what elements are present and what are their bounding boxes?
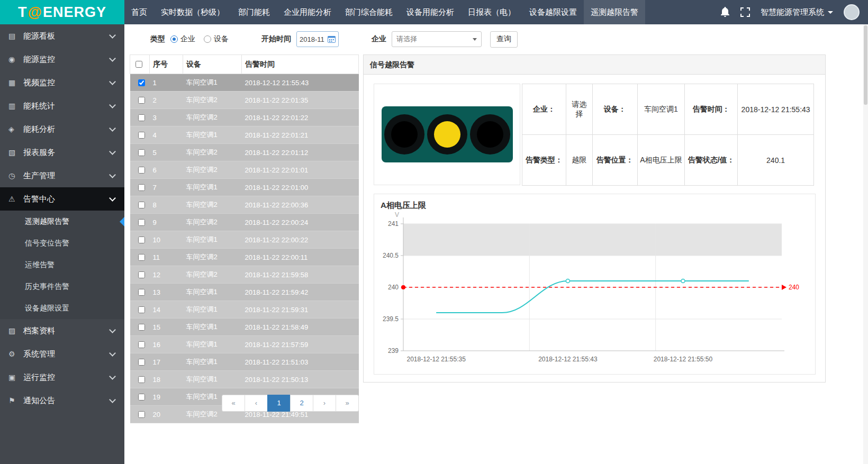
user-menu[interactable]: 智慧能源管理系统 xyxy=(761,7,833,17)
table-row[interactable]: 18车间空调12018-11-22 21:50:13 xyxy=(130,371,359,388)
sidebar-item[interactable]: ▦视频监控 xyxy=(0,71,124,94)
sidebar-item[interactable]: ▤能源看板 xyxy=(0,24,124,48)
pagination-page-1[interactable]: 1 xyxy=(267,395,291,412)
table-row[interactable]: 8车间空调22018-11-22 22:00:36 xyxy=(130,196,359,214)
table-row[interactable]: 5车间空调22018-11-22 22:01:12 xyxy=(130,144,359,161)
enterprise-select[interactable]: 请选择 xyxy=(392,31,482,47)
row-checkbox[interactable] xyxy=(138,184,145,191)
row-checkbox[interactable] xyxy=(138,289,145,296)
sidebar-item[interactable]: ▥能耗统计 xyxy=(0,94,124,117)
table-row[interactable]: 3车间空调22018-11-22 22:01:22 xyxy=(130,109,359,126)
filter-bar: 类型 企业设备 开始时间 2018-11 企业 请选择 查询 xyxy=(150,31,518,48)
row-checkbox[interactable] xyxy=(138,376,145,383)
table-row[interactable]: 16车间空调12018-11-22 21:57:59 xyxy=(130,336,359,353)
top-nav-item[interactable]: 设备越限设置 xyxy=(522,0,584,24)
table-row[interactable]: 12车间空调22018-11-22 21:59:58 xyxy=(130,266,359,284)
sidebar-subitem[interactable]: 遥测越限告警 xyxy=(0,211,124,232)
sidebar-item[interactable]: ◈能耗分析 xyxy=(0,117,124,141)
table-row[interactable]: 9车间空调22018-11-22 22:00:24 xyxy=(130,214,359,231)
checkbox-cell xyxy=(130,266,150,284)
table-row[interactable]: 6车间空调22018-11-22 22:01:01 xyxy=(130,161,359,179)
logo-text-energy: ENERGY xyxy=(43,4,106,21)
row-checkbox[interactable] xyxy=(138,132,145,139)
avatar[interactable] xyxy=(844,4,860,20)
row-checkbox[interactable] xyxy=(138,394,145,401)
y-axis-name: V xyxy=(395,211,399,219)
page: T@ENERGY 首页实时数据（秒级）部门能耗企业用能分析部门综合能耗设备用能分… xyxy=(0,0,868,464)
table-row[interactable]: 2车间空调22018-11-22 22:01:35 xyxy=(130,92,359,109)
query-button[interactable]: 查询 xyxy=(490,31,518,48)
table-row[interactable]: 1车间空调12018-12-12 21:55:43 xyxy=(130,74,359,92)
sidebar-item[interactable]: ◷生产管理 xyxy=(0,164,124,187)
row-checkbox[interactable] xyxy=(138,79,145,86)
col-header-time: 告警时间 xyxy=(242,55,359,74)
top-nav-item[interactable]: 部门能耗 xyxy=(231,0,277,24)
row-checkbox[interactable] xyxy=(138,324,145,331)
table-row[interactable]: 14车间空调12018-11-22 21:59:31 xyxy=(130,301,359,319)
type-radio-option[interactable]: 企业 xyxy=(170,34,195,44)
sidebar-item[interactable]: ◉能源监控 xyxy=(0,48,124,71)
type-radio-label: 企业 xyxy=(180,34,195,44)
fullscreen-icon[interactable] xyxy=(740,7,750,17)
table-row[interactable]: 17车间空调12018-11-22 21:51:03 xyxy=(130,353,359,371)
start-time-input[interactable]: 2018-11 xyxy=(296,31,339,47)
cell-device: 车间空调2 xyxy=(183,266,242,284)
row-checkbox[interactable] xyxy=(138,306,145,313)
scrollbar[interactable] xyxy=(863,24,868,464)
type-radio-option[interactable]: 设备 xyxy=(204,34,229,44)
top-nav-item[interactable]: 部门综合能耗 xyxy=(338,0,400,24)
pagination-page-2[interactable]: 2 xyxy=(290,395,313,412)
chevron-down-icon xyxy=(109,32,116,39)
table-row[interactable]: 4车间空调12018-11-22 22:01:21 xyxy=(130,126,359,144)
cell-time: 2018-12-12 21:55:43 xyxy=(242,74,359,92)
notifications-bell-icon[interactable] xyxy=(720,7,730,17)
table-row[interactable]: 15车间空调12018-11-22 21:58:49 xyxy=(130,319,359,336)
pagination-next[interactable]: › xyxy=(313,395,336,412)
top-nav-item[interactable]: 实时数据（秒级） xyxy=(154,0,231,24)
table-row[interactable]: 11车间空调22018-11-22 22:00:11 xyxy=(130,249,359,266)
row-checkbox[interactable] xyxy=(138,341,145,348)
row-checkbox[interactable] xyxy=(138,167,145,174)
sidebar-item[interactable]: ▨档案资料 xyxy=(0,319,124,342)
top-nav-item[interactable]: 首页 xyxy=(124,0,154,24)
sidebar-item[interactable]: ⚙系统管理 xyxy=(0,342,124,366)
row-checkbox[interactable] xyxy=(138,202,145,208)
row-checkbox[interactable] xyxy=(138,236,145,243)
sidebar-item[interactable]: ⚠告警中心 xyxy=(0,187,124,211)
pagination-last[interactable]: » xyxy=(336,395,359,412)
row-checkbox[interactable] xyxy=(138,149,145,156)
report-icon: ▧ xyxy=(8,148,22,157)
sidebar-subitem[interactable]: 设备越限设置 xyxy=(0,297,124,319)
row-checkbox[interactable] xyxy=(138,114,145,121)
table-row[interactable]: 10车间空调12018-11-22 22:00:22 xyxy=(130,231,359,249)
sidebar-subitem[interactable]: 运维告警 xyxy=(0,254,124,276)
top-nav-item[interactable]: 遥测越限告警 xyxy=(584,0,645,24)
pagination-first[interactable]: « xyxy=(222,395,245,412)
y-tick-label: 241 xyxy=(388,220,399,228)
top-nav-item[interactable]: 设备用能分析 xyxy=(400,0,461,24)
table-row[interactable]: 13车间空调12018-11-22 21:59:42 xyxy=(130,284,359,301)
calendar-icon[interactable] xyxy=(328,35,336,43)
sidebar-subitem[interactable]: 信号变位告警 xyxy=(0,232,124,254)
top-nav-item[interactable]: 日报表（电） xyxy=(461,0,522,24)
row-checkbox[interactable] xyxy=(138,254,145,261)
row-checkbox[interactable] xyxy=(138,359,145,366)
row-checkbox[interactable] xyxy=(138,97,145,104)
sidebar-item[interactable]: ▣运行监控 xyxy=(0,366,124,389)
select-all-checkbox[interactable] xyxy=(135,61,142,68)
sidebar-item-label: 告警中心 xyxy=(23,194,110,204)
pagination-prev[interactable]: ‹ xyxy=(245,395,268,412)
table-row[interactable]: 7车间空调12018-11-22 22:01:00 xyxy=(130,179,359,196)
row-checkbox[interactable] xyxy=(138,411,145,418)
sidebar-item[interactable]: ⚑通知公告 xyxy=(0,389,124,412)
row-checkbox[interactable] xyxy=(138,271,145,278)
y-tick-label: 240.5 xyxy=(383,252,399,259)
sidebar-item-label: 能源监控 xyxy=(23,54,110,65)
sidebar-item[interactable]: ▧报表服务 xyxy=(0,141,124,164)
row-checkbox[interactable] xyxy=(138,219,145,226)
scrollbar-thumb[interactable] xyxy=(864,25,867,105)
sidebar-subitem[interactable]: 历史事件告警 xyxy=(0,276,124,297)
y-tick-label: 240 xyxy=(388,284,399,291)
alarm-type-field-label: 告警类型： xyxy=(522,135,566,186)
top-nav-item[interactable]: 企业用能分析 xyxy=(277,0,338,24)
